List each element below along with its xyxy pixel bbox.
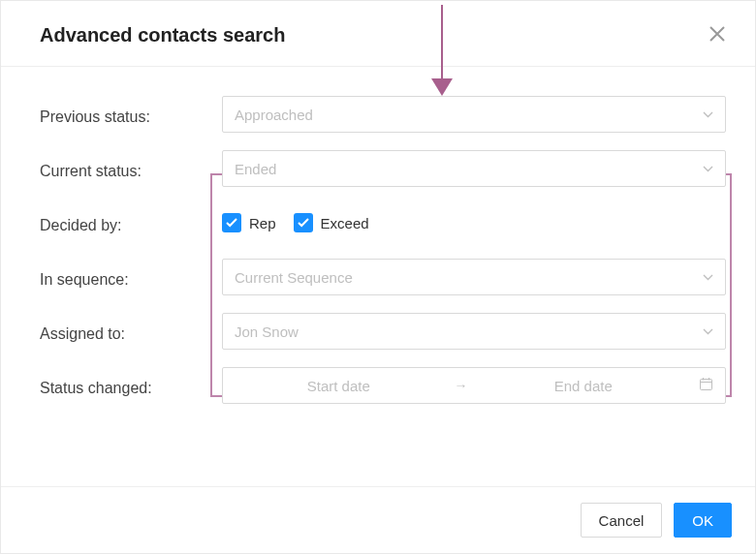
modal-body: Previous status: Approached Current stat… xyxy=(1,67,755,486)
cancel-button[interactable]: Cancel xyxy=(581,503,663,538)
calendar-icon xyxy=(699,377,713,395)
form-rows: Previous status: Approached Current stat… xyxy=(40,96,726,404)
checkbox-exceed-box xyxy=(294,213,313,232)
row-previous-status: Previous status: Approached xyxy=(40,96,726,133)
advanced-search-modal: Advanced contacts search Previous status… xyxy=(0,0,756,554)
label-assigned-to: Assigned to: xyxy=(40,320,222,343)
check-icon xyxy=(298,218,309,228)
decided-by-group: Rep Exceed xyxy=(222,204,726,241)
select-in-sequence[interactable]: Current Sequence xyxy=(222,259,726,295)
arrow-right-icon: → xyxy=(455,378,468,393)
select-previous-status-value: Approached xyxy=(235,107,313,123)
select-previous-status[interactable]: Approached xyxy=(222,96,726,133)
check-icon xyxy=(226,218,237,228)
checkbox-rep-label: Rep xyxy=(249,215,276,231)
select-current-status[interactable]: Ended xyxy=(222,150,726,187)
modal-footer: Cancel OK xyxy=(1,486,755,553)
checkbox-exceed[interactable]: Exceed xyxy=(294,213,369,232)
row-decided-by: Decided by: Rep Exc xyxy=(40,204,726,241)
date-range-status-changed[interactable]: Start date → End date xyxy=(222,367,726,404)
select-in-sequence-value: Current Sequence xyxy=(235,269,353,286)
checkbox-rep[interactable]: Rep xyxy=(222,213,276,232)
label-in-sequence: In sequence: xyxy=(40,265,222,289)
ok-button-label: OK xyxy=(692,512,713,529)
row-status-changed: Status changed: Start date → End date xyxy=(40,367,726,404)
end-date-placeholder: End date xyxy=(480,378,688,394)
start-date-placeholder: Start date xyxy=(235,378,443,394)
checkbox-exceed-label: Exceed xyxy=(321,215,369,231)
select-assigned-to[interactable]: Jon Snow xyxy=(222,313,726,350)
select-current-status-value: Ended xyxy=(235,161,276,177)
chevron-down-icon xyxy=(703,108,713,121)
select-assigned-to-value: Jon Snow xyxy=(235,323,299,340)
svg-rect-0 xyxy=(701,379,712,389)
label-current-status: Current status: xyxy=(40,157,222,180)
chevron-down-icon xyxy=(703,270,713,284)
row-current-status: Current status: Ended xyxy=(40,150,726,187)
chevron-down-icon xyxy=(703,162,713,175)
row-assigned-to: Assigned to: Jon Snow xyxy=(40,313,726,350)
checkbox-rep-box xyxy=(222,213,241,232)
label-status-changed: Status changed: xyxy=(40,374,222,397)
close-button[interactable] xyxy=(709,25,726,46)
chevron-down-icon xyxy=(703,324,713,338)
ok-button[interactable]: OK xyxy=(674,503,732,538)
label-previous-status: Previous status: xyxy=(40,103,222,126)
modal-title: Advanced contacts search xyxy=(40,24,285,46)
cancel-button-label: Cancel xyxy=(599,512,645,529)
close-icon xyxy=(709,23,726,47)
row-in-sequence: In sequence: Current Sequence xyxy=(40,259,726,295)
modal-header: Advanced contacts search xyxy=(1,1,755,67)
label-decided-by: Decided by: xyxy=(40,211,222,234)
